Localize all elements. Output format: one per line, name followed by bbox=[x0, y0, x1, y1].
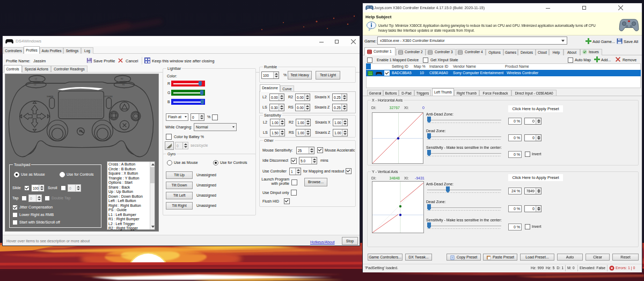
svg-text:L1: L1 bbox=[34, 84, 36, 86]
svg-text:OPTIONS: OPTIONS bbox=[104, 96, 113, 98]
svg-text:L2: L2 bbox=[35, 78, 37, 80]
svg-text:R1: R1 bbox=[122, 84, 125, 86]
svg-text:R2: R2 bbox=[121, 78, 123, 80]
svg-text:SHARE: SHARE bbox=[47, 96, 54, 98]
